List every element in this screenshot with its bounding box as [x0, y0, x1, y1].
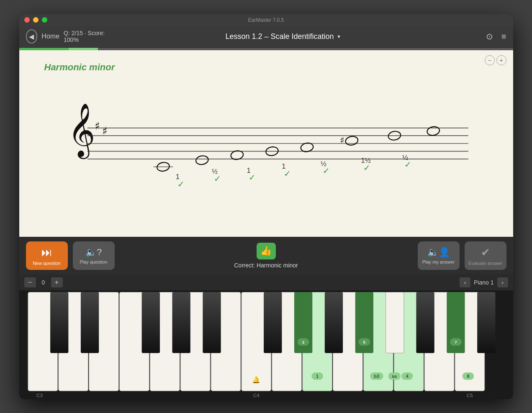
svg-text:C5: C5 [466, 392, 473, 398]
play-question-label: Play question [80, 259, 107, 264]
correct-text: Correct: Harmonic minor [234, 262, 298, 269]
new-question-button[interactable]: ⏭ New question [26, 241, 68, 270]
dropdown-icon[interactable]: ▾ [337, 33, 340, 40]
skip-icon: ⏭ [41, 246, 52, 259]
home-label: Home [41, 33, 59, 40]
play-answer-icon: 🔈👤 [427, 247, 450, 258]
svg-text:✓: ✓ [283, 169, 290, 178]
play-my-answer-button[interactable]: 🔈👤 Play my answer [418, 241, 460, 270]
svg-text:🔔: 🔔 [252, 375, 260, 383]
control-bar: ⏭ New question 🔈? Play question 👍 Correc… [19, 237, 513, 274]
zoom-in-button[interactable]: + [496, 55, 506, 65]
zoom-out-button[interactable]: − [485, 55, 495, 65]
svg-point-10 [195, 155, 209, 165]
app-window: EarMaster 7.0.5 ◀ Home Q: 2/15 · Score: … [19, 14, 513, 399]
evaluate-answer-button[interactable]: ✔ Evaluate answer [465, 241, 506, 270]
lesson-title: Lesson 1.2 – Scale Identification [225, 32, 334, 41]
svg-text:C4: C4 [253, 392, 260, 398]
svg-rect-66 [324, 292, 342, 353]
svg-rect-58 [80, 292, 98, 353]
sheet-area: − + Harmonic minor 𝄞 ♯ ♯ [19, 50, 513, 237]
toolbar-left: ◀ Home Q: 2/15 · Score: 100% [26, 29, 110, 44]
window-controls [24, 17, 47, 23]
minimize-button[interactable] [33, 17, 39, 23]
svg-rect-57 [50, 292, 68, 353]
svg-text:✓: ✓ [249, 173, 256, 182]
evaluate-label: Evaluate answer [468, 261, 502, 266]
svg-text:1: 1 [316, 373, 319, 378]
piano-prev-button[interactable]: ‹ [460, 277, 470, 287]
svg-rect-59 [141, 292, 159, 353]
maximize-button[interactable] [42, 17, 47, 23]
svg-text:♯: ♯ [94, 120, 100, 132]
checkmark-icon: ✔ [481, 246, 490, 259]
octave-down-button[interactable]: − [24, 277, 36, 287]
svg-rect-62 [264, 292, 282, 353]
svg-rect-60 [172, 292, 190, 353]
svg-rect-70 [386, 292, 403, 353]
svg-rect-72 [477, 292, 495, 353]
piano-controls: − 0 + ‹ Piano 1 › [19, 274, 513, 290]
svg-text:𝄞: 𝄞 [68, 103, 95, 159]
svg-text:5: 5 [363, 340, 365, 344]
thumbs-up-icon: 👍 [257, 243, 276, 259]
help-icon[interactable]: ⊙ [486, 31, 493, 41]
svg-text:♯: ♯ [340, 135, 344, 145]
titlebar: EarMaster 7.0.5 [19, 14, 513, 26]
new-question-label: New question [33, 261, 61, 266]
svg-text:8: 8 [467, 373, 469, 378]
back-button[interactable]: ◀ [26, 29, 38, 44]
toolbar: ◀ Home Q: 2/15 · Score: 100% Lesson 1.2 … [19, 26, 513, 48]
close-button[interactable] [24, 17, 30, 23]
svg-rect-61 [203, 292, 221, 353]
app-title: EarMaster 7.0.5 [248, 17, 284, 23]
octave-number: 0 [39, 279, 48, 286]
svg-text:7: 7 [455, 340, 457, 344]
play-answer-label: Play my answer [422, 259, 455, 264]
play-question-button[interactable]: 🔈? Play question [73, 241, 115, 270]
score-label: Q: 2/15 · Score: 100% [64, 30, 109, 43]
staff-container: 𝄞 ♯ ♯ [36, 77, 496, 186]
svg-text:4: 4 [406, 373, 408, 378]
svg-text:2: 2 [302, 340, 304, 344]
toolbar-right: ⊙ ≡ [456, 31, 506, 41]
svg-text:b3: b3 [374, 373, 379, 378]
piano-name: Piano 1 [474, 279, 493, 286]
svg-text:C3: C3 [36, 392, 43, 398]
piano-keyboard: C3 🔔 C4 [19, 290, 513, 399]
menu-icon[interactable]: ≡ [501, 32, 506, 41]
toolbar-center: Lesson 1.2 – Scale Identification ▾ [110, 32, 456, 41]
piano-next-button[interactable]: › [497, 277, 508, 287]
svg-point-15 [344, 135, 358, 146]
svg-text:✓: ✓ [213, 174, 221, 183]
svg-text:b6: b6 [392, 374, 397, 378]
scale-name-label: Harmonic minor [44, 62, 115, 73]
piano-name-area: ‹ Piano 1 › [66, 277, 508, 287]
svg-text:✓: ✓ [404, 160, 411, 169]
zoom-controls: − + [485, 55, 506, 65]
svg-text:✓: ✓ [177, 179, 185, 186]
svg-point-17 [426, 126, 440, 136]
piano-svg: C3 🔔 C4 [24, 292, 508, 399]
svg-text:✓: ✓ [322, 166, 329, 175]
feedback-area: 👍 Correct: Harmonic minor [120, 243, 413, 269]
svg-rect-71 [416, 292, 434, 353]
notation-svg: 𝄞 ♯ ♯ [36, 77, 496, 186]
play-question-icon: 🔈? [85, 247, 102, 258]
svg-text:✓: ✓ [363, 163, 370, 172]
octave-up-button[interactable]: + [51, 277, 63, 287]
